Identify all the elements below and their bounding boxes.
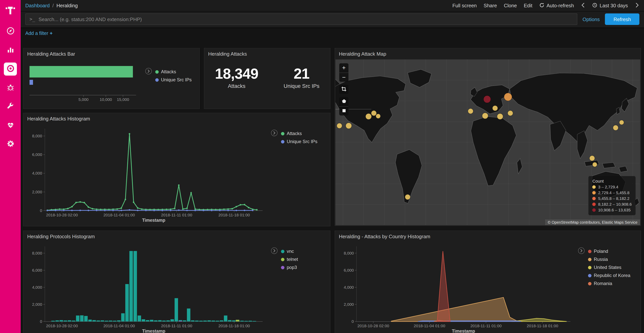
sidebar-item-health[interactable] bbox=[4, 119, 17, 132]
svg-text:2018-11-18 01:00: 2018-11-18 01:00 bbox=[218, 323, 250, 328]
sidebar-item-honeypot[interactable] bbox=[4, 81, 17, 94]
tpot-sidebar bbox=[0, 0, 21, 333]
sidebar-item-analytics[interactable] bbox=[4, 44, 17, 57]
legend-toggle-button[interactable] bbox=[145, 68, 152, 74]
panel-title: Heralding Attacks Histogram bbox=[24, 113, 330, 123]
svg-text:2018-11-18 01:00: 2018-11-18 01:00 bbox=[527, 323, 558, 328]
options-link[interactable]: Options bbox=[582, 16, 600, 22]
add-filter-link[interactable]: Add a filter+ bbox=[25, 31, 52, 36]
svg-text:2,000: 2,000 bbox=[344, 302, 354, 306]
sidebar-item-dashboards-active[interactable] bbox=[4, 63, 17, 76]
svg-text:15,000: 15,000 bbox=[117, 97, 129, 102]
legend-item[interactable]: Romania bbox=[588, 281, 630, 286]
map-attribution[interactable]: © OpenStreetMap contributors, Elastic Ma… bbox=[545, 219, 640, 225]
metric-unique-src-ips: 21 Unique Src IPs bbox=[284, 66, 320, 89]
query-prompt-icon: >_ bbox=[30, 17, 35, 22]
svg-text:Timestamp: Timestamp bbox=[142, 218, 165, 223]
legend-label: Republic of Korea bbox=[594, 273, 630, 278]
search-input[interactable] bbox=[38, 16, 573, 22]
search-box[interactable]: >_ bbox=[25, 14, 577, 25]
svg-text:2018-11-04 01:00: 2018-11-04 01:00 bbox=[414, 323, 445, 328]
svg-text:5,000: 5,000 bbox=[78, 97, 88, 102]
range-color-dot bbox=[592, 185, 596, 189]
legend-item[interactable]: Poland bbox=[588, 249, 630, 254]
map-draw-rectangle-button[interactable] bbox=[339, 106, 348, 116]
crop-icon bbox=[341, 86, 346, 93]
legend-label: Romania bbox=[594, 281, 612, 286]
time-range-button[interactable]: Last 30 days bbox=[592, 3, 628, 9]
full-screen-button[interactable]: Full screen bbox=[452, 3, 477, 9]
attack-map-canvas[interactable]: + − bbox=[336, 60, 640, 225]
series-color-dot bbox=[588, 266, 592, 269]
telekom-t-logo[interactable] bbox=[4, 3, 17, 17]
legend-label: vnc bbox=[287, 249, 294, 254]
svg-text:6,000: 6,000 bbox=[32, 268, 42, 272]
map-zoom-in-button[interactable]: + bbox=[339, 63, 348, 73]
map-draw-polygon-button[interactable] bbox=[339, 97, 348, 106]
map-zoom-out-button[interactable]: − bbox=[339, 73, 348, 82]
svg-text:2018-11-04 01:00: 2018-11-04 01:00 bbox=[103, 323, 135, 328]
attacks-bar-chart[interactable]: 5,00010,00015,000 bbox=[27, 62, 142, 107]
range-color-dot bbox=[592, 202, 596, 206]
legend-item[interactable]: Attacks bbox=[281, 131, 318, 136]
svg-text:2,000: 2,000 bbox=[32, 190, 42, 194]
auto-refresh-label: Auto-refresh bbox=[546, 3, 574, 9]
time-back-button[interactable] bbox=[581, 3, 586, 9]
svg-text:4,000: 4,000 bbox=[32, 285, 42, 289]
legend-item[interactable]: Unique Src IPs bbox=[155, 77, 192, 83]
sidebar-item-tools[interactable] bbox=[4, 100, 17, 113]
attacks-histogram-chart[interactable]: 02,0004,0006,0008,0002018-10-28 02:00201… bbox=[26, 125, 267, 224]
legend-item[interactable]: Republic of Korea bbox=[588, 273, 630, 278]
svg-text:6,000: 6,000 bbox=[32, 152, 42, 157]
panel-title: Heralding Attacks Bar bbox=[24, 48, 199, 58]
map-controls: + − bbox=[339, 63, 348, 116]
country-histogram-chart[interactable]: 02,0004,0006,0008,0002018-10-28 02:00201… bbox=[338, 242, 575, 333]
breadcrumb-separator: / bbox=[52, 3, 54, 9]
legend-item[interactable]: Unique Src IPs bbox=[281, 139, 318, 144]
legend-item[interactable]: Russia bbox=[588, 257, 630, 262]
time-forward-button[interactable] bbox=[635, 3, 640, 9]
legend-title: Count bbox=[592, 179, 632, 183]
legend-item[interactable]: pop3 bbox=[281, 265, 298, 270]
svg-text:2018-11-11 01:00: 2018-11-11 01:00 bbox=[161, 213, 192, 217]
map-count-legend: Count 3 – 2,729.4 2,729.4 – 5,455.8 5,45… bbox=[588, 176, 636, 215]
add-filter-label: Add a filter bbox=[25, 31, 48, 36]
panel-attacks-by-country-histogram: Heralding - Attacks by Country Histogram… bbox=[335, 231, 641, 333]
svg-text:4,000: 4,000 bbox=[344, 285, 354, 289]
legend-item[interactable]: United States bbox=[588, 265, 630, 270]
breadcrumb-dashboard-link[interactable]: Dashboard bbox=[25, 3, 50, 9]
legend-item: 10,908.6 – 13,635 bbox=[592, 208, 632, 212]
metric-group: 18,349 Attacks 21 Unique Src IPs bbox=[204, 66, 330, 89]
legend-item[interactable]: Attacks bbox=[155, 69, 192, 74]
sidebar-item-settings[interactable] bbox=[4, 138, 17, 151]
refresh-button[interactable]: Refresh bbox=[605, 14, 640, 25]
attacks-bar-legend: Attacks Unique Src IPs bbox=[145, 68, 192, 83]
legend-item: 3 – 2,729.4 bbox=[592, 185, 632, 189]
protocols-histogram-chart[interactable]: 02,0004,0006,0008,0002018-10-28 02:00201… bbox=[26, 242, 267, 333]
legend-toggle-button[interactable] bbox=[578, 247, 584, 254]
svg-text:2018-11-04 01:00: 2018-11-04 01:00 bbox=[103, 213, 135, 217]
legend-item[interactable]: telnet bbox=[281, 257, 298, 262]
auto-refresh-button[interactable]: Auto-refresh bbox=[539, 3, 574, 9]
legend-item[interactable]: vnc bbox=[281, 249, 298, 254]
legend-toggle-button[interactable] bbox=[271, 130, 278, 136]
svg-text:2,000: 2,000 bbox=[32, 302, 42, 306]
refresh-cycle-icon bbox=[539, 3, 544, 9]
topnav-actions: Full screen Share Clone Edit Auto-refres… bbox=[452, 3, 640, 9]
clone-button[interactable]: Clone bbox=[504, 3, 517, 9]
bar-chart-icon bbox=[6, 46, 14, 55]
sidebar-item-gauge[interactable] bbox=[4, 25, 17, 38]
share-button[interactable]: Share bbox=[484, 3, 497, 9]
heart-pulse-icon bbox=[6, 121, 14, 130]
range-label: 8,182.2 – 10,908.6 bbox=[598, 202, 632, 206]
map-fit-data-bounds-button[interactable] bbox=[339, 85, 348, 94]
edit-button[interactable]: Edit bbox=[524, 3, 532, 9]
svg-text:10,000: 10,000 bbox=[100, 97, 112, 102]
metric-value: 18,349 bbox=[215, 66, 258, 82]
app-root: Dashboard / Heralding Full screen Share … bbox=[0, 0, 644, 333]
attacks-histogram-legend: Attacks Unique Src IPs bbox=[271, 130, 318, 144]
chevron-right-icon bbox=[147, 69, 150, 74]
legend-label: Russia bbox=[594, 257, 608, 262]
svg-text:0: 0 bbox=[40, 208, 42, 213]
legend-toggle-button[interactable] bbox=[271, 247, 278, 254]
